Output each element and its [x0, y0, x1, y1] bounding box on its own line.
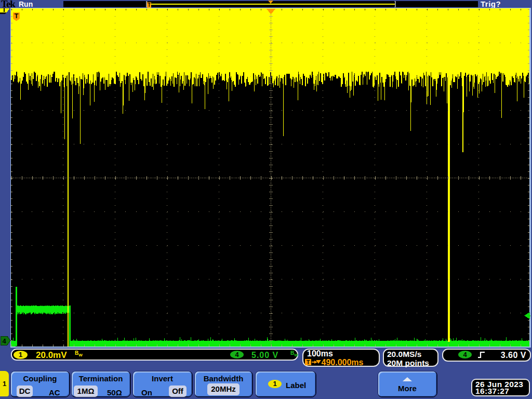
svg-text:T: T: [15, 12, 19, 20]
svg-text:4: 4: [2, 337, 6, 345]
